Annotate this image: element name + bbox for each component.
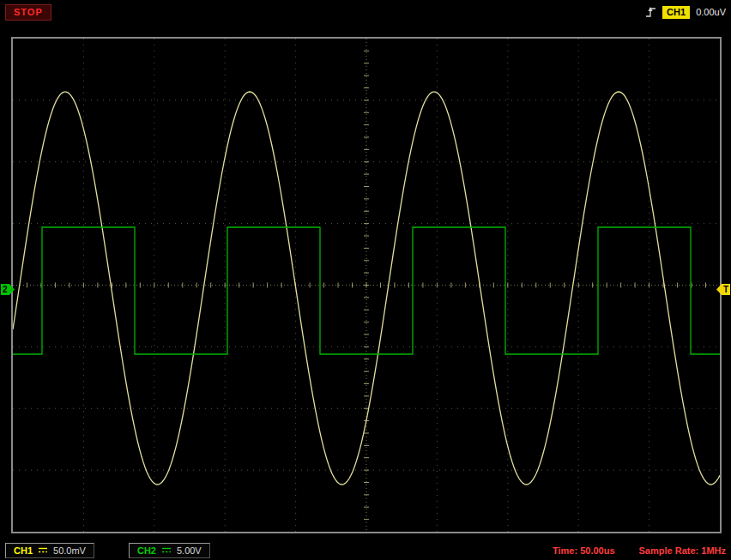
ch2-label: CH2: [137, 545, 156, 556]
sample-rate-value: Sample Rate: 1MHz: [639, 545, 726, 556]
ch1-coupling-icon: [37, 546, 49, 554]
waveform-canvas: [13, 39, 720, 532]
stop-button[interactable]: STOP: [5, 4, 51, 21]
ch1-trace: [13, 92, 720, 485]
top-status-bar: STOP CH1 0.00uV: [0, 0, 731, 24]
trigger-source-badge: CH1: [662, 6, 690, 19]
ch2-coupling-icon: [160, 546, 172, 554]
ch2-status-box[interactable]: CH2 5.00V: [129, 543, 210, 558]
ch2-marker-label: 2: [3, 285, 8, 294]
trigger-status-group: CH1 0.00uV: [645, 6, 726, 19]
trigger-edge-icon: [645, 6, 656, 18]
scope-display-frame: [11, 37, 722, 533]
trigger-level-value: 0.00uV: [696, 7, 726, 17]
timebase-value: Time: 50.00us: [553, 545, 615, 556]
ch1-scale-value: 50.0mV: [53, 545, 86, 556]
ch2-scale-value: 5.00V: [177, 545, 202, 556]
ch1-label: CH1: [14, 545, 33, 556]
bottom-status-bar: CH1 50.0mV CH2 5.00V Time: 50.00us Sampl…: [0, 540, 731, 560]
trigger-marker-label: T: [723, 285, 728, 294]
ch1-status-box[interactable]: CH1 50.0mV: [5, 543, 94, 558]
timebase-info-group: Time: 50.00us Sample Rate: 1MHz: [553, 545, 726, 556]
